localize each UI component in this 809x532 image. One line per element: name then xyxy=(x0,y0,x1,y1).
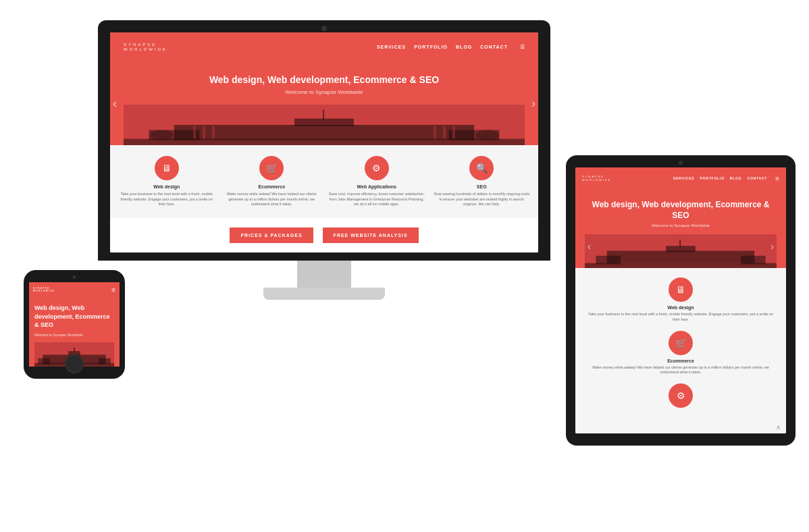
seo-title: SEO xyxy=(432,184,532,189)
mobile-site-header: SYNAPSE WORLDWIDE ≡ xyxy=(29,282,120,297)
mobile-logo: SYNAPSE WORLDWIDE xyxy=(33,287,55,292)
tablet-services: 🖥 Web design Take your business to the n… xyxy=(575,268,786,421)
svg-rect-15 xyxy=(607,251,754,263)
ecommerce-icon: 🛒 xyxy=(259,156,284,180)
mobile-hero: Web design, Web development, Ecommerce &… xyxy=(29,297,120,367)
tablet-logo-tagline: WORLDWIDE xyxy=(582,178,611,182)
tablet-nav-services[interactable]: SERVICES xyxy=(673,176,695,180)
svg-point-12 xyxy=(150,130,173,140)
monitor-stand-neck xyxy=(297,261,351,288)
tablet-nav-blog[interactable]: BLOG xyxy=(730,176,742,180)
tablet-logo: SYNAPSE WORLDWIDE xyxy=(582,175,611,182)
tablet-hero-subheading: Welcome to Synapse Worldwide xyxy=(585,223,777,228)
monitor-stand-base xyxy=(263,288,385,300)
tablet-site-header: SYNAPSE WORLDWIDE SERVICES PORTFOLIO BLO… xyxy=(575,167,786,189)
monitor-bezel: SYNAPSE WORLDWIDE SERVICES PORTFOLIO BLO… xyxy=(98,20,550,261)
desktop-cta: PRICES & PACKAGES FREE WEBSITE ANALYSIS xyxy=(110,218,538,252)
tablet-nav-contact[interactable]: CONTACT xyxy=(747,176,767,180)
tablet-device: SYNAPSE WORLDWIDE SERVICES PORTFOLIO BLO… xyxy=(566,155,795,446)
tablet-hero: Web design, Web development, Ecommerce &… xyxy=(575,189,786,268)
carousel-right-arrow[interactable]: › xyxy=(531,96,536,110)
nav-contact[interactable]: CONTACT xyxy=(480,45,508,49)
nav-portfolio[interactable]: PORTFOLIO xyxy=(414,45,448,49)
tablet-carousel-right[interactable]: › xyxy=(771,241,774,252)
scene: SYNAPSE WORLDWIDE SERVICES PORTFOLIO BLO… xyxy=(0,0,809,532)
tablet-building-image xyxy=(585,234,777,268)
tablet-service-ecommerce: 🛒 Ecommerce Make money while asleep! We … xyxy=(582,331,779,375)
tablet-carousel-left[interactable]: ‹ xyxy=(588,241,591,252)
mobile-hamburger-icon[interactable]: ≡ xyxy=(111,286,115,294)
web-design-title: Web design xyxy=(117,184,217,189)
tablet-bezel: SYNAPSE WORLDWIDE SERVICES PORTFOLIO BLO… xyxy=(566,155,795,446)
tablet-ecommerce-icon: 🛒 xyxy=(669,331,693,355)
svg-rect-7 xyxy=(203,126,205,139)
svg-rect-17 xyxy=(741,256,765,265)
monitor-screen: SYNAPSE WORLDWIDE SERVICES PORTFOLIO BLO… xyxy=(110,32,538,252)
service-web-apps: ⚙ Web Applications Save cost, improve ef… xyxy=(327,156,427,207)
desktop-services: 🖥 Web design Take your business to the n… xyxy=(110,145,538,218)
mobile-logo-tagline: WORLDWIDE xyxy=(33,290,55,292)
desktop-logo: SYNAPSE WORLDWIDE xyxy=(124,42,167,51)
tablet-nav: SERVICES PORTFOLIO BLOG CONTACT ≡ xyxy=(673,175,779,182)
desktop-monitor: SYNAPSE WORLDWIDE SERVICES PORTFOLIO BLO… xyxy=(98,20,550,300)
tablet-ecommerce-text: Make money while asleep! We have helped … xyxy=(582,365,779,375)
tablet-nav-portfolio[interactable]: PORTFOLIO xyxy=(700,176,724,180)
prices-packages-button[interactable]: PRICES & PACKAGES xyxy=(230,228,313,243)
logo-tagline: WORLDWIDE xyxy=(124,47,167,51)
free-website-analysis-button[interactable]: FREE WEBSITE ANALYSIS xyxy=(323,228,419,243)
svg-rect-5 xyxy=(323,110,324,120)
svg-rect-21 xyxy=(43,354,105,364)
svg-point-13 xyxy=(476,130,499,140)
desktop-hero-subheading: Welcome to Synapse Worldwide xyxy=(124,89,525,95)
web-design-text: Take your business to the next level wit… xyxy=(117,192,217,207)
tablet-web-apps-icon-partial: ⚙ xyxy=(669,383,693,408)
tablet-web-design-icon: 🖥 xyxy=(669,277,693,302)
nav-blog[interactable]: BLOG xyxy=(456,45,472,49)
svg-rect-9 xyxy=(434,126,436,139)
web-apps-icon: ⚙ xyxy=(365,156,389,180)
nav-services[interactable]: SERVICES xyxy=(377,45,406,49)
desktop-site-header: SYNAPSE WORLDWIDE SERVICES PORTFOLIO BLO… xyxy=(110,32,538,61)
mobile-building-image xyxy=(34,342,114,367)
hero-building-image xyxy=(124,105,525,145)
svg-rect-25 xyxy=(74,348,75,352)
mobile-screen: SYNAPSE WORLDWIDE ≡ Web design, Web deve… xyxy=(29,282,120,367)
tablet-web-design-title: Web design xyxy=(582,305,779,310)
tablet-service-web-apps-partial: ⚙ xyxy=(582,383,779,408)
web-design-icon: 🖥 xyxy=(155,156,179,180)
mobile-hero-subheading: Welcome to Synapse Worldwide xyxy=(34,333,114,337)
mobile-bezel: SYNAPSE WORLDWIDE ≡ Web design, Web deve… xyxy=(24,270,125,379)
logo-name: SYNAPSE xyxy=(124,43,167,47)
svg-rect-16 xyxy=(596,256,620,265)
service-seo: 🔍 SEO Stop wasting hundreds of dollars i… xyxy=(432,156,532,207)
svg-rect-19 xyxy=(679,240,681,247)
service-ecommerce: 🛒 Ecommerce Make money while asleep! We … xyxy=(222,156,322,207)
svg-rect-10 xyxy=(443,126,446,139)
desktop-nav: SERVICES PORTFOLIO BLOG CONTACT ≡ xyxy=(377,42,525,51)
web-apps-title: Web Applications xyxy=(327,184,427,189)
desktop-hero-heading: Web design, Web development, Ecommerce &… xyxy=(124,74,525,85)
ecommerce-text: Make money while asleep! We have helped … xyxy=(222,192,322,207)
tablet-hero-heading: Web design, Web development, Ecommerce &… xyxy=(585,200,777,221)
tablet-scroll-up[interactable]: ∧ xyxy=(575,421,786,433)
web-apps-text: Save cost, improve efficiency, boost cus… xyxy=(327,192,427,207)
service-web-design: 🖥 Web design Take your business to the n… xyxy=(117,156,217,207)
carousel-left-arrow[interactable]: ‹ xyxy=(113,96,117,110)
tablet-web-design-text: Take your business to the next level wit… xyxy=(582,312,779,322)
svg-rect-1 xyxy=(174,125,474,140)
tablet-service-web-design: 🖥 Web design Take your business to the n… xyxy=(582,277,779,322)
tablet-ecommerce-title: Ecommerce xyxy=(582,358,779,363)
tablet-hamburger-icon[interactable]: ≡ xyxy=(775,175,779,182)
hamburger-icon[interactable]: ≡ xyxy=(520,42,525,51)
mobile-hero-heading: Web design, Web development, Ecommerce &… xyxy=(34,304,114,329)
desktop-hero: Web design, Web development, Ecommerce &… xyxy=(110,61,538,145)
svg-rect-6 xyxy=(193,126,196,139)
seo-text: Stop wasting hundreds of dollars in mont… xyxy=(432,192,532,207)
svg-rect-23 xyxy=(99,358,111,364)
mobile-device: SYNAPSE WORLDWIDE ≡ Web design, Web deve… xyxy=(24,270,125,379)
seo-icon: 🔍 xyxy=(469,156,494,180)
tablet-screen: SYNAPSE WORLDWIDE SERVICES PORTFOLIO BLO… xyxy=(575,167,786,433)
ecommerce-title: Ecommerce xyxy=(222,184,322,189)
svg-rect-11 xyxy=(452,126,455,139)
svg-rect-22 xyxy=(38,358,50,364)
